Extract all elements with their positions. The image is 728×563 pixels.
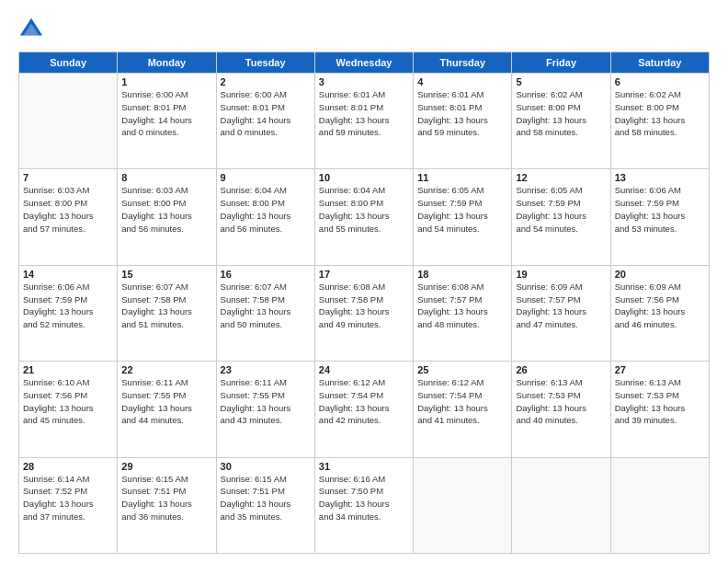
day-number: 3 — [319, 76, 409, 87]
calendar-cell — [414, 457, 512, 553]
calendar-cell: 25Sunrise: 6:12 AM Sunset: 7:54 PM Dayli… — [414, 362, 512, 457]
weekday-header-tuesday: Tuesday — [216, 52, 314, 74]
day-info: Sunrise: 6:16 AM Sunset: 7:50 PM Dayligh… — [319, 473, 409, 523]
day-info: Sunrise: 6:08 AM Sunset: 7:57 PM Dayligh… — [417, 281, 507, 331]
calendar-cell: 8Sunrise: 6:03 AM Sunset: 8:00 PM Daylig… — [118, 169, 216, 265]
weekday-header-thursday: Thursday — [414, 52, 512, 74]
weekday-header-wednesday: Wednesday — [314, 52, 413, 74]
day-number: 14 — [23, 269, 113, 280]
calendar-cell: 18Sunrise: 6:08 AM Sunset: 7:57 PM Dayli… — [414, 265, 512, 361]
day-number: 9 — [221, 172, 311, 183]
calendar-cell: 1Sunrise: 6:00 AM Sunset: 8:01 PM Daylig… — [118, 74, 216, 169]
day-info: Sunrise: 6:07 AM Sunset: 7:58 PM Dayligh… — [121, 281, 211, 331]
logo — [18, 17, 48, 42]
calendar-week-1: 1Sunrise: 6:00 AM Sunset: 8:01 PM Daylig… — [19, 74, 710, 169]
calendar-cell: 2Sunrise: 6:00 AM Sunset: 8:01 PM Daylig… — [216, 74, 314, 169]
weekday-header-sunday: Sunday — [19, 52, 118, 74]
calendar-cell: 26Sunrise: 6:13 AM Sunset: 7:53 PM Dayli… — [512, 362, 610, 457]
day-number: 22 — [121, 364, 211, 375]
day-info: Sunrise: 6:01 AM Sunset: 8:01 PM Dayligh… — [319, 88, 409, 139]
day-info: Sunrise: 6:15 AM Sunset: 7:51 PM Dayligh… — [121, 473, 211, 523]
calendar-week-3: 14Sunrise: 6:06 AM Sunset: 7:59 PM Dayli… — [19, 265, 710, 361]
day-info: Sunrise: 6:00 AM Sunset: 8:01 PM Dayligh… — [221, 88, 311, 139]
day-info: Sunrise: 6:09 AM Sunset: 7:56 PM Dayligh… — [615, 281, 705, 331]
day-info: Sunrise: 6:07 AM Sunset: 7:58 PM Dayligh… — [221, 281, 311, 331]
calendar-cell: 20Sunrise: 6:09 AM Sunset: 7:56 PM Dayli… — [610, 265, 709, 361]
day-info: Sunrise: 6:09 AM Sunset: 7:57 PM Dayligh… — [516, 281, 606, 331]
calendar-cell: 22Sunrise: 6:11 AM Sunset: 7:55 PM Dayli… — [118, 362, 216, 457]
day-number: 12 — [516, 172, 606, 183]
weekday-header-friday: Friday — [512, 52, 610, 74]
weekday-header-monday: Monday — [118, 52, 216, 74]
day-info: Sunrise: 6:03 AM Sunset: 8:00 PM Dayligh… — [23, 184, 113, 235]
day-info: Sunrise: 6:08 AM Sunset: 7:58 PM Dayligh… — [319, 281, 409, 331]
day-info: Sunrise: 6:04 AM Sunset: 8:00 PM Dayligh… — [319, 184, 409, 235]
calendar-cell: 9Sunrise: 6:04 AM Sunset: 8:00 PM Daylig… — [216, 169, 314, 265]
day-info: Sunrise: 6:13 AM Sunset: 7:53 PM Dayligh… — [516, 376, 606, 427]
day-info: Sunrise: 6:06 AM Sunset: 7:59 PM Dayligh… — [615, 184, 705, 235]
day-number: 31 — [319, 461, 409, 472]
day-number: 18 — [417, 269, 507, 280]
day-info: Sunrise: 6:14 AM Sunset: 7:52 PM Dayligh… — [23, 473, 113, 523]
calendar-cell — [512, 457, 610, 553]
calendar-cell: 14Sunrise: 6:06 AM Sunset: 7:59 PM Dayli… — [19, 265, 118, 361]
calendar-week-5: 28Sunrise: 6:14 AM Sunset: 7:52 PM Dayli… — [19, 457, 710, 553]
weekday-header-row: SundayMondayTuesdayWednesdayThursdayFrid… — [19, 52, 710, 74]
weekday-header-saturday: Saturday — [610, 52, 709, 74]
calendar-week-2: 7Sunrise: 6:03 AM Sunset: 8:00 PM Daylig… — [19, 169, 710, 265]
calendar-cell: 7Sunrise: 6:03 AM Sunset: 8:00 PM Daylig… — [19, 169, 118, 265]
day-number: 16 — [221, 269, 311, 280]
calendar-cell: 16Sunrise: 6:07 AM Sunset: 7:58 PM Dayli… — [216, 265, 314, 361]
day-number: 28 — [23, 461, 113, 472]
logo-icon — [18, 17, 44, 42]
calendar-cell: 28Sunrise: 6:14 AM Sunset: 7:52 PM Dayli… — [19, 457, 118, 553]
day-number: 19 — [516, 269, 606, 280]
calendar-cell: 12Sunrise: 6:05 AM Sunset: 7:59 PM Dayli… — [512, 169, 610, 265]
day-info: Sunrise: 6:00 AM Sunset: 8:01 PM Dayligh… — [121, 88, 211, 139]
day-info: Sunrise: 6:05 AM Sunset: 7:59 PM Dayligh… — [417, 184, 507, 235]
page: SundayMondayTuesdayWednesdayThursdayFrid… — [0, 0, 728, 563]
day-number: 21 — [23, 364, 113, 375]
day-number: 11 — [417, 172, 507, 183]
calendar-cell: 30Sunrise: 6:15 AM Sunset: 7:51 PM Dayli… — [216, 457, 314, 553]
calendar-cell: 13Sunrise: 6:06 AM Sunset: 7:59 PM Dayli… — [610, 169, 709, 265]
calendar-cell: 4Sunrise: 6:01 AM Sunset: 8:01 PM Daylig… — [414, 74, 512, 169]
day-number: 25 — [417, 364, 507, 375]
day-number: 7 — [23, 172, 113, 183]
calendar-cell: 19Sunrise: 6:09 AM Sunset: 7:57 PM Dayli… — [512, 265, 610, 361]
day-info: Sunrise: 6:11 AM Sunset: 7:55 PM Dayligh… — [121, 376, 211, 427]
calendar-cell: 5Sunrise: 6:02 AM Sunset: 8:00 PM Daylig… — [512, 74, 610, 169]
day-info: Sunrise: 6:02 AM Sunset: 8:00 PM Dayligh… — [615, 88, 705, 139]
day-info: Sunrise: 6:03 AM Sunset: 8:00 PM Dayligh… — [121, 184, 211, 235]
day-info: Sunrise: 6:12 AM Sunset: 7:54 PM Dayligh… — [319, 376, 409, 427]
day-number: 30 — [221, 461, 311, 472]
day-number: 1 — [121, 76, 211, 87]
day-info: Sunrise: 6:10 AM Sunset: 7:56 PM Dayligh… — [23, 376, 113, 427]
header — [18, 17, 710, 42]
day-number: 20 — [615, 269, 705, 280]
day-info: Sunrise: 6:05 AM Sunset: 7:59 PM Dayligh… — [516, 184, 606, 235]
day-info: Sunrise: 6:04 AM Sunset: 8:00 PM Dayligh… — [221, 184, 311, 235]
day-number: 17 — [319, 269, 409, 280]
day-info: Sunrise: 6:13 AM Sunset: 7:53 PM Dayligh… — [615, 376, 705, 427]
day-number: 29 — [121, 461, 211, 472]
day-number: 5 — [516, 76, 606, 87]
calendar-cell: 31Sunrise: 6:16 AM Sunset: 7:50 PM Dayli… — [314, 457, 413, 553]
calendar-cell: 6Sunrise: 6:02 AM Sunset: 8:00 PM Daylig… — [610, 74, 709, 169]
calendar-cell: 3Sunrise: 6:01 AM Sunset: 8:01 PM Daylig… — [314, 74, 413, 169]
day-number: 23 — [221, 364, 311, 375]
day-number: 6 — [615, 76, 705, 87]
calendar-cell: 21Sunrise: 6:10 AM Sunset: 7:56 PM Dayli… — [19, 362, 118, 457]
day-info: Sunrise: 6:01 AM Sunset: 8:01 PM Dayligh… — [417, 88, 507, 139]
calendar-cell: 23Sunrise: 6:11 AM Sunset: 7:55 PM Dayli… — [216, 362, 314, 457]
day-number: 10 — [319, 172, 409, 183]
day-number: 26 — [516, 364, 606, 375]
calendar-cell: 11Sunrise: 6:05 AM Sunset: 7:59 PM Dayli… — [414, 169, 512, 265]
day-number: 4 — [417, 76, 507, 87]
calendar-table: SundayMondayTuesdayWednesdayThursdayFrid… — [18, 52, 710, 554]
calendar-cell: 24Sunrise: 6:12 AM Sunset: 7:54 PM Dayli… — [314, 362, 413, 457]
day-info: Sunrise: 6:02 AM Sunset: 8:00 PM Dayligh… — [516, 88, 606, 139]
calendar-cell — [610, 457, 709, 553]
calendar-cell — [19, 74, 118, 169]
day-info: Sunrise: 6:06 AM Sunset: 7:59 PM Dayligh… — [23, 281, 113, 331]
